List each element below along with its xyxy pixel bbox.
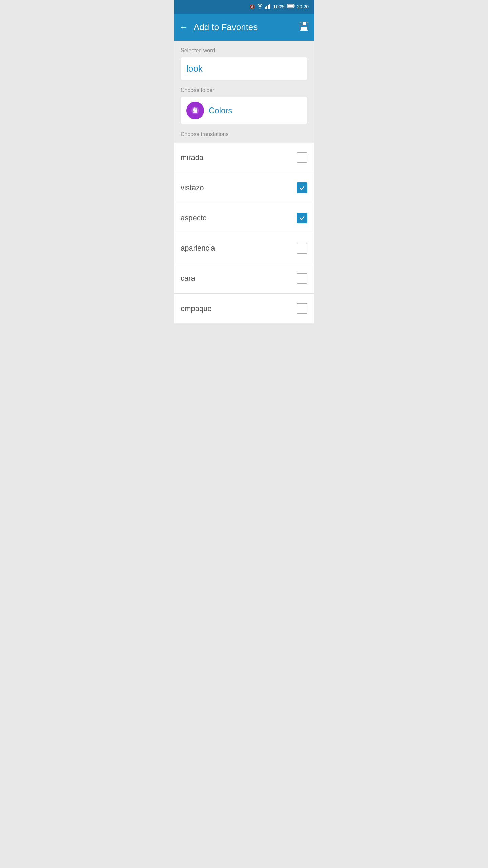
status-bar: 🔇 100% 20:20: [174, 0, 314, 14]
translation-text: mirada: [181, 153, 203, 162]
translation-item[interactable]: vistazo: [174, 173, 314, 203]
battery-percent: 100%: [273, 4, 285, 9]
translation-item[interactable]: empaque: [174, 294, 314, 323]
time-display: 20:20: [297, 4, 309, 9]
content-area: Selected word Choose folder Colors Choos…: [174, 41, 314, 143]
back-button[interactable]: ←: [179, 23, 188, 32]
app-bar: ← Add to Favorites: [174, 14, 314, 41]
choose-folder-label: Choose folder: [181, 87, 307, 93]
word-input-container: [181, 57, 307, 80]
folder-icon-circle: [186, 102, 204, 119]
svg-rect-10: [301, 27, 307, 30]
svg-point-0: [260, 8, 261, 9]
svg-rect-7: [288, 5, 293, 8]
translation-checkbox[interactable]: [297, 152, 307, 163]
translation-checkbox[interactable]: [297, 243, 307, 254]
selected-word-label: Selected word: [181, 47, 307, 54]
status-icons: 🔇 100% 20:20: [249, 4, 309, 10]
svg-rect-1: [265, 7, 266, 9]
translation-item[interactable]: apariencia: [174, 233, 314, 263]
translation-text: apariencia: [181, 244, 215, 253]
page-title: Add to Favorites: [194, 22, 258, 33]
svg-rect-2: [266, 6, 267, 9]
translation-text: empaque: [181, 304, 212, 313]
choose-translations-label: Choose translations: [181, 131, 307, 143]
translation-text: aspecto: [181, 214, 207, 222]
translation-item[interactable]: cara: [174, 263, 314, 294]
signal-icon: [265, 4, 271, 10]
mute-icon: 🔇: [249, 4, 255, 9]
translation-checkbox[interactable]: [297, 273, 307, 284]
word-input[interactable]: [186, 63, 302, 74]
translations-list: miradavistazoaspectoaparienciacaraempaqu…: [174, 143, 314, 323]
wifi-icon: [257, 4, 263, 10]
save-button[interactable]: [299, 21, 309, 33]
translation-item[interactable]: aspecto: [174, 203, 314, 233]
svg-rect-11: [302, 22, 303, 25]
folder-selector[interactable]: Colors: [181, 97, 307, 124]
svg-rect-3: [268, 5, 269, 9]
translation-checkbox[interactable]: [297, 182, 307, 193]
svg-rect-6: [294, 5, 294, 7]
translation-checkbox[interactable]: [297, 303, 307, 314]
translation-checkbox[interactable]: [297, 213, 307, 223]
svg-rect-4: [269, 4, 270, 9]
folder-name: Colors: [209, 106, 232, 115]
translation-item[interactable]: mirada: [174, 143, 314, 173]
translation-text: cara: [181, 274, 195, 283]
battery-icon: [287, 4, 295, 10]
app-bar-left: ← Add to Favorites: [179, 22, 258, 33]
translation-text: vistazo: [181, 183, 204, 192]
